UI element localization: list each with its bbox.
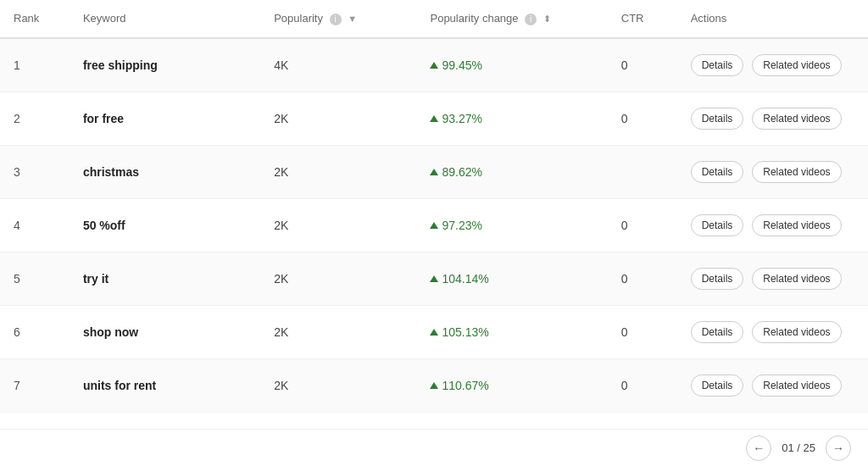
actions-cell: Details Related videos — [677, 145, 868, 198]
details-button[interactable]: Details — [691, 374, 744, 397]
keyword-cell: for free — [70, 92, 260, 145]
increase-arrow-icon — [430, 275, 438, 282]
popularity-sort-icon[interactable]: ▼ — [348, 14, 357, 24]
actions-cell: Details Related videos — [677, 198, 868, 252]
popularity-info-icon[interactable]: i — [330, 14, 342, 25]
ctr-cell: 0 — [608, 358, 677, 412]
next-page-button[interactable]: → — [826, 435, 851, 461]
pop-change-cell: 89.62% — [416, 145, 607, 198]
related-videos-button[interactable]: Related videos — [752, 108, 841, 130]
next-arrow-icon: → — [832, 441, 844, 455]
pop-change-column-header[interactable]: Popularity change i ⬍ — [416, 0, 607, 38]
ctr-header-label: CTR — [621, 12, 644, 25]
popularity-cell: 2K — [260, 252, 416, 305]
details-button[interactable]: Details — [691, 268, 744, 290]
popularity-cell: 2K — [260, 358, 416, 412]
rank-cell: 6 — [0, 305, 70, 358]
rank-cell: 3 — [0, 145, 70, 198]
popularity-cell: 4K — [260, 38, 416, 92]
pagination-info: 01 / 25 — [782, 441, 815, 454]
increase-arrow-icon — [430, 222, 438, 229]
keyword-cell: shop now — [70, 305, 260, 358]
pop-change-cell: 104.14% — [416, 252, 607, 305]
pop-change-sort-icon[interactable]: ⬍ — [543, 14, 551, 25]
related-videos-button[interactable]: Related videos — [752, 161, 841, 183]
keyword-cell: 50 %off — [70, 198, 260, 252]
increase-arrow-icon — [430, 382, 438, 389]
increase-arrow-icon — [430, 115, 438, 122]
pop-change-cell: 110.67% — [416, 358, 607, 412]
actions-header-label: Actions — [691, 12, 727, 25]
table-row: 5 try it 2K 104.14% 0 Details Related vi… — [0, 252, 868, 305]
ctr-cell: 0 — [608, 92, 677, 145]
details-button[interactable]: Details — [691, 54, 744, 76]
keywords-table: Rank Keyword Popularity i ▼ Popularity c… — [0, 0, 868, 413]
popularity-cell: 2K — [260, 198, 416, 252]
actions-cell: Details Related videos — [677, 358, 868, 412]
actions-cell: Details Related videos — [677, 38, 868, 92]
pop-change-info-icon[interactable]: i — [525, 14, 537, 25]
ctr-cell: 0 — [608, 305, 677, 358]
related-videos-button[interactable]: Related videos — [752, 268, 841, 290]
popularity-cell: 2K — [260, 305, 416, 358]
actions-cell: Details Related videos — [677, 252, 868, 305]
related-videos-button[interactable]: Related videos — [752, 374, 841, 397]
rank-column-header: Rank — [0, 0, 70, 38]
table-row: 3 christmas 2K 89.62% Details Related vi… — [0, 145, 868, 198]
popularity-cell: 2K — [260, 92, 416, 145]
table-wrapper: Rank Keyword Popularity i ▼ Popularity c… — [0, 0, 868, 432]
keyword-cell: try it — [70, 252, 260, 305]
keyword-header-label: Keyword — [83, 12, 126, 25]
increase-arrow-icon — [430, 62, 438, 69]
increase-arrow-icon — [430, 329, 438, 336]
pop-change-cell: 93.27% — [416, 92, 607, 145]
pagination-footer: ← 01 / 25 → — [0, 429, 868, 466]
details-button[interactable]: Details — [691, 214, 744, 236]
rank-header-label: Rank — [14, 12, 39, 25]
related-videos-button[interactable]: Related videos — [752, 214, 841, 236]
keyword-cell: christmas — [70, 145, 260, 198]
keyword-cell: units for rent — [70, 358, 260, 412]
total-pages: 25 — [804, 441, 815, 454]
current-page: 01 — [782, 441, 793, 454]
rank-cell: 2 — [0, 92, 70, 145]
rank-cell: 1 — [0, 38, 70, 92]
table-row: 2 for free 2K 93.27% 0 Details Related v… — [0, 92, 868, 145]
actions-cell: Details Related videos — [677, 305, 868, 358]
keyword-cell: free shipping — [70, 38, 260, 92]
ctr-cell: 0 — [608, 38, 677, 92]
actions-cell: Details Related videos — [677, 92, 868, 145]
pop-change-cell: 99.45% — [416, 38, 607, 92]
increase-arrow-icon — [430, 169, 438, 175]
table-row: 4 50 %off 2K 97.23% 0 Details Related vi… — [0, 198, 868, 252]
pop-change-cell: 97.23% — [416, 198, 607, 252]
keyword-column-header: Keyword — [70, 0, 260, 38]
ctr-cell — [608, 145, 677, 198]
table-body: 1 free shipping 4K 99.45% 0 Details Rela… — [0, 38, 868, 413]
pop-change-header-label: Popularity change — [430, 12, 518, 25]
popularity-header-label: Popularity — [274, 12, 323, 25]
rank-cell: 4 — [0, 198, 70, 252]
ctr-cell: 0 — [608, 198, 677, 252]
table-row: 7 units for rent 2K 110.67% 0 Details Re… — [0, 358, 868, 412]
details-button[interactable]: Details — [691, 161, 744, 183]
pop-change-cell: 105.13% — [416, 305, 607, 358]
related-videos-button[interactable]: Related videos — [752, 321, 841, 343]
popularity-column-header[interactable]: Popularity i ▼ — [260, 0, 416, 38]
rank-cell: 7 — [0, 358, 70, 412]
table-row: 6 shop now 2K 105.13% 0 Details Related … — [0, 305, 868, 358]
actions-column-header: Actions — [677, 0, 868, 38]
rank-cell: 5 — [0, 252, 70, 305]
table-header-row: Rank Keyword Popularity i ▼ Popularity c… — [0, 0, 868, 38]
popularity-cell: 2K — [260, 145, 416, 198]
ctr-column-header: CTR — [608, 0, 677, 38]
ctr-cell: 0 — [608, 252, 677, 305]
main-container: Rank Keyword Popularity i ▼ Popularity c… — [0, 0, 868, 466]
related-videos-button[interactable]: Related videos — [752, 54, 841, 76]
details-button[interactable]: Details — [691, 108, 744, 130]
details-button[interactable]: Details — [691, 321, 744, 343]
prev-arrow-icon: ← — [753, 441, 765, 455]
prev-page-button[interactable]: ← — [746, 435, 771, 461]
pagination-separator: / — [797, 441, 803, 454]
table-row: 1 free shipping 4K 99.45% 0 Details Rela… — [0, 38, 868, 92]
